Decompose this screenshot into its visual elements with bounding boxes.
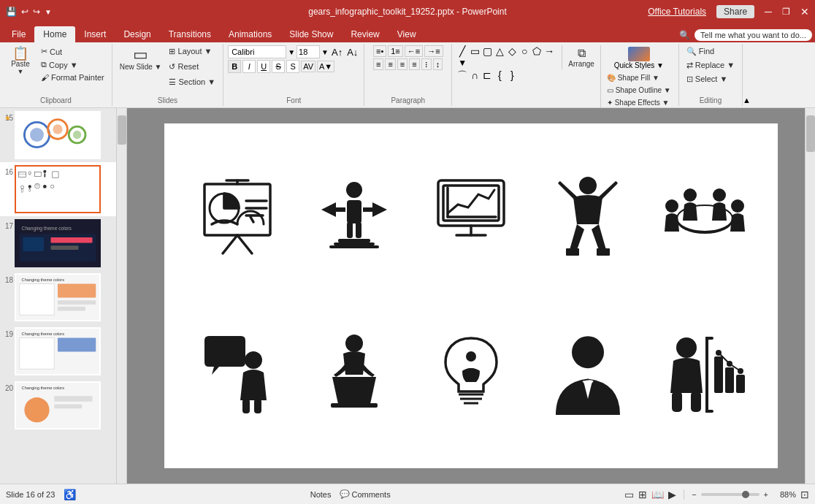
zoom-out-button[interactable]: − [692, 490, 696, 499]
paste-button[interactable]: 📋 Paste ▼ [4, 45, 37, 77]
quick-styles-button[interactable]: Quick Styles ▼ [604, 45, 674, 71]
curve-shape[interactable]: ⌒ [456, 69, 468, 83]
tab-insert[interactable]: Insert [75, 26, 115, 42]
slide-thumb-17[interactable]: 17 Changing theme colors [0, 216, 116, 270]
tab-transitions[interactable]: Transitions [160, 26, 220, 42]
fit-slide-button[interactable]: ⊡ [800, 489, 809, 500]
zoom-in-button[interactable]: + [764, 490, 768, 499]
redo-icon[interactable]: ↪ [33, 7, 40, 17]
font-size-dropdown[interactable]: ▼ [321, 48, 329, 56]
canvas-vscrollbar[interactable] [805, 108, 815, 484]
zoom-thumb[interactable] [742, 491, 749, 498]
tab-view[interactable]: View [389, 26, 425, 42]
columns-button[interactable]: ⫶ [421, 58, 432, 70]
slide-thumb-18[interactable]: 18 Changing theme colors [0, 270, 116, 324]
bullets-button[interactable]: ≡• [373, 45, 386, 57]
underline-button[interactable]: U [257, 60, 270, 73]
rect-shape[interactable]: ▭ [469, 45, 481, 57]
share-button[interactable]: Share [716, 5, 754, 18]
thumb-img-20: Changing theme colors [15, 381, 101, 429]
decrease-font-button[interactable]: A↓ [345, 46, 359, 58]
tab-home[interactable]: Home [34, 26, 75, 42]
canvas-vscroll-thumb[interactable] [806, 115, 815, 152]
slide-thumb-20[interactable]: 20 Changing theme colors [0, 378, 116, 432]
reset-button[interactable]: ↺ Reset [166, 61, 218, 73]
format-painter-button[interactable]: 🖌 Format Painter [38, 72, 107, 83]
slide-sorter-button[interactable]: ⊞ [638, 489, 647, 500]
minimize-button[interactable]: ─ [765, 6, 772, 18]
decrease-indent-button[interactable]: ←≡ [405, 45, 423, 57]
arrange-button[interactable]: ⧉ Arrange [565, 45, 597, 69]
panel-scroll-thumb[interactable] [118, 115, 126, 145]
notes-button[interactable]: Notes [310, 490, 332, 499]
shape-outline-button[interactable]: ▭ Shape Outline ▼ [604, 85, 674, 96]
shape-fill-button[interactable]: 🎨 Shape Fill ▼ [604, 72, 674, 83]
font-family-dropdown[interactable]: ▼ [288, 48, 295, 56]
font-family-input[interactable] [228, 45, 286, 58]
ribbon-collapse-button[interactable]: ▲ [743, 44, 751, 106]
office-tutorials-link[interactable]: Office Tutorials [648, 7, 706, 17]
help-search[interactable]: Tell me what you want to do... [695, 29, 812, 41]
rounded-rect-shape[interactable]: ▢ [481, 45, 493, 57]
brace-shape[interactable]: } [506, 69, 518, 83]
process-shape[interactable]: ⊏ [481, 69, 493, 83]
font-size-input[interactable] [296, 45, 320, 58]
circle-shape[interactable]: ○ [519, 45, 530, 57]
align-right-button[interactable]: ≡ [397, 58, 408, 70]
find-button[interactable]: 🔍 Find [684, 45, 717, 58]
svg-rect-43 [204, 184, 270, 235]
tab-design[interactable]: Design [115, 26, 159, 42]
close-button[interactable]: ✕ [800, 6, 809, 18]
arrow-shape[interactable]: → [543, 45, 555, 57]
title-bar: 💾 ↩ ↪ ▼ gears_infographic_toolkit_19252.… [0, 0, 815, 23]
comments-button[interactable]: 💬 Comments [340, 489, 390, 499]
line-spacing-button[interactable]: ↕ [433, 58, 443, 70]
zoom-level[interactable]: 88% [773, 490, 796, 499]
triangle-shape[interactable]: △ [494, 45, 505, 57]
align-center-button[interactable]: ≡ [385, 58, 395, 70]
copy-button[interactable]: ⧉ Copy ▼ [38, 58, 107, 71]
justify-button[interactable]: ≡ [409, 58, 419, 70]
slide-thumb-19[interactable]: 19 Changing theme colors [0, 324, 116, 378]
tab-file[interactable]: File [3, 26, 34, 42]
align-left-button[interactable]: ≡ [373, 58, 383, 70]
arc-shape[interactable]: ∩ [469, 69, 481, 83]
accessibility-icon[interactable]: ♿ [64, 489, 76, 500]
layout-button[interactable]: ⊞ Layout ▼ [166, 45, 218, 58]
replace-button[interactable]: ⇄ Replace ▼ [684, 59, 738, 72]
save-icon[interactable]: 💾 [6, 7, 17, 17]
numbering-button[interactable]: 1≡ [388, 45, 403, 57]
zoom-slider[interactable] [701, 493, 759, 496]
tab-slideshow[interactable]: Slide Show [280, 26, 342, 42]
undo-icon[interactable]: ↩ [21, 7, 28, 17]
bold-button[interactable]: B [228, 60, 241, 73]
slide-thumb-16[interactable]: 16 [0, 162, 116, 216]
more-shapes[interactable]: ▼ [456, 58, 468, 68]
new-slide-button[interactable]: ▭ New Slide ▼ [117, 45, 165, 72]
section-button[interactable]: ☰ Section ▼ [166, 76, 218, 88]
normal-view-button[interactable]: ▭ [624, 489, 634, 500]
restore-button[interactable]: ❐ [782, 7, 790, 17]
tab-review[interactable]: Review [342, 26, 388, 42]
slideshow-view-button[interactable]: ▶ [668, 489, 676, 500]
panel-scrollbar[interactable] [117, 108, 127, 484]
pentagon-shape[interactable]: ⬠ [531, 45, 543, 57]
italic-button[interactable]: I [242, 60, 256, 73]
select-button[interactable]: ⊡ Select ▼ [684, 73, 731, 85]
customize-icon[interactable]: ▼ [45, 8, 52, 16]
line-shape[interactable]: ╱ [456, 45, 468, 57]
svg-rect-59 [329, 245, 379, 248]
font-color-button[interactable]: A▼ [317, 61, 334, 72]
diamond-shape[interactable]: ◇ [506, 45, 518, 57]
increase-font-button[interactable]: A↑ [330, 46, 344, 58]
strikethrough-button[interactable]: S [272, 60, 285, 73]
bracket-shape[interactable]: { [494, 69, 505, 83]
shadow-button[interactable]: S [286, 60, 299, 73]
reading-view-button[interactable]: 📖 [651, 489, 664, 500]
increase-indent-button[interactable]: →≡ [424, 45, 443, 57]
shape-effects-button[interactable]: ✦ Shape Effects ▼ [604, 97, 674, 108]
char-spacing-button[interactable]: AV [301, 61, 315, 72]
slide-thumb-15[interactable]: 15 ★ [0, 108, 116, 162]
cut-button[interactable]: ✂ Cut [38, 45, 107, 58]
tab-animations[interactable]: Animations [220, 26, 280, 42]
